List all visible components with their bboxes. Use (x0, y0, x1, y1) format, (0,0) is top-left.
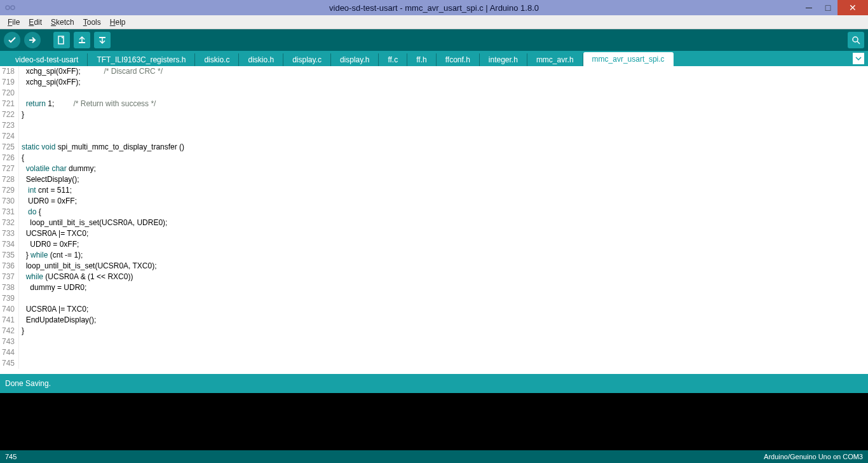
line-content[interactable]: xchg_spi(0xFF); (19, 77, 81, 88)
tab-mmc-avr-h[interactable]: mmc_avr.h (527, 53, 583, 66)
line-content[interactable] (19, 347, 24, 358)
line-number: 733 (0, 228, 19, 239)
line-content[interactable]: UDR0 = 0xFF; (19, 196, 77, 207)
code-line[interactable]: 723 (0, 120, 868, 131)
line-content[interactable]: loop_until_bit_is_set(UCSR0A, UDRE0); (19, 218, 167, 228)
line-content[interactable]: UDR0 = 0xFF; (19, 239, 79, 250)
line-content[interactable] (19, 88, 24, 99)
save-button[interactable] (94, 32, 111, 48)
upload-button[interactable] (24, 32, 41, 48)
line-number: 745 (0, 358, 19, 369)
board-port-indicator: Arduino/Genuino Uno on COM3 (764, 453, 863, 460)
line-number: 721 (0, 99, 19, 109)
tab-bar: video-sd-test-usartTFT_ILI9163C_register… (0, 51, 868, 66)
console[interactable] (0, 393, 868, 450)
code-line[interactable]: 740 UCSR0A |= TXC0; (0, 304, 868, 315)
tab-diskio-c[interactable]: diskio.c (195, 53, 239, 66)
menu-file[interactable]: File (4, 17, 24, 28)
tab-video-sd-test-usart[interactable]: video-sd-test-usart (6, 53, 88, 66)
line-number: 738 (0, 282, 19, 293)
line-content[interactable]: dummy = UDR0; (19, 282, 86, 293)
code-line[interactable]: 719 xchg_spi(0xFF); (0, 77, 868, 88)
line-content[interactable]: loop_until_bit_is_set(UCSR0A, TXC0); (19, 261, 157, 272)
code-line[interactable]: 725static void spi_multi_mmc_to_display_… (0, 142, 868, 153)
code-line[interactable]: 733 UCSR0A |= TXC0; (0, 228, 868, 239)
line-content[interactable] (19, 293, 24, 304)
line-content[interactable]: return 1; /* Return with success */ (19, 99, 156, 109)
line-content[interactable]: } (19, 326, 24, 336)
tab-ff-h[interactable]: ff.h (407, 53, 436, 66)
line-content[interactable]: { (19, 153, 24, 163)
code-editor[interactable]: 718 xchg_spi(0xFF); /* Discard CRC */719… (0, 66, 868, 374)
line-content[interactable]: static void spi_multi_mmc_to_display_tra… (19, 142, 184, 153)
editor-area: 718 xchg_spi(0xFF); /* Discard CRC */719… (0, 66, 868, 374)
menu-help[interactable]: Help (106, 17, 130, 28)
menu-edit[interactable]: Edit (25, 17, 46, 28)
line-content[interactable]: } while (cnt -= 1); (19, 250, 83, 261)
code-line[interactable]: 729 int cnt = 511; (0, 185, 868, 196)
code-line[interactable]: 739 (0, 293, 868, 304)
maximize-button[interactable]: □ (818, 0, 837, 15)
verify-button[interactable] (4, 32, 20, 48)
code-line[interactable]: 738 dummy = UDR0; (0, 282, 868, 293)
line-number: 719 (0, 77, 19, 88)
tab-ffconf-h[interactable]: ffconf.h (437, 53, 480, 66)
line-number: 724 (0, 131, 19, 142)
line-content[interactable]: SelectDisplay(); (19, 174, 79, 185)
code-line[interactable]: 737 while (UCSR0A & (1 << RXC0)) (0, 272, 868, 282)
code-line[interactable]: 732 loop_until_bit_is_set(UCSR0A, UDRE0)… (0, 218, 868, 228)
tab-display-h[interactable]: display.h (331, 53, 379, 66)
code-line[interactable]: 731 do { (0, 207, 868, 218)
code-line[interactable]: 734 UDR0 = 0xFF; (0, 239, 868, 250)
code-line[interactable]: 735 } while (cnt -= 1); (0, 250, 868, 261)
line-content[interactable]: while (UCSR0A & (1 << RXC0)) (19, 272, 133, 282)
line-number: 743 (0, 336, 19, 347)
tab-mmc-avr-usart-spi-c[interactable]: mmc_avr_usart_spi.c (583, 52, 674, 66)
serial-monitor-button[interactable] (848, 32, 864, 48)
code-line[interactable]: 722} (0, 109, 868, 120)
code-line[interactable]: 724 (0, 131, 868, 142)
tab-ff-c[interactable]: ff.c (379, 53, 407, 66)
code-line[interactable]: 728 SelectDisplay(); (0, 174, 868, 185)
tab-tft-ili9163c-registers-h[interactable]: TFT_ILI9163C_registers.h (88, 53, 195, 66)
line-content[interactable] (19, 120, 24, 131)
code-line[interactable]: 720 (0, 88, 868, 99)
code-line[interactable]: 736 loop_until_bit_is_set(UCSR0A, TXC0); (0, 261, 868, 272)
status-strip: Done Saving. (0, 374, 868, 393)
menu-sketch[interactable]: Sketch (47, 17, 78, 28)
line-content[interactable]: int cnt = 511; (19, 185, 72, 196)
svg-line-6 (857, 41, 860, 44)
line-content[interactable]: xchg_spi(0xFF); /* Discard CRC */ (19, 66, 163, 77)
tab-integer-h[interactable]: integer.h (480, 53, 527, 66)
line-number: 729 (0, 185, 19, 196)
line-content[interactable]: do { (19, 207, 41, 218)
line-content[interactable]: EndUpdateDisplay(); (19, 315, 96, 326)
line-number: 720 (0, 88, 19, 99)
code-line[interactable]: 741 EndUpdateDisplay(); (0, 315, 868, 326)
code-line[interactable]: 726{ (0, 153, 868, 163)
tab-diskio-h[interactable]: diskio.h (239, 53, 283, 66)
line-content[interactable]: UCSR0A |= TXC0; (19, 304, 88, 315)
close-button[interactable]: ✕ (837, 0, 868, 15)
code-line[interactable]: 744 (0, 347, 868, 358)
new-button[interactable] (53, 32, 70, 48)
menu-tools[interactable]: Tools (79, 17, 105, 28)
tab-display-c[interactable]: display.c (283, 53, 331, 66)
code-line[interactable]: 743 (0, 336, 868, 347)
code-line[interactable]: 730 UDR0 = 0xFF; (0, 196, 868, 207)
code-line[interactable]: 727 volatile char dummy; (0, 163, 868, 174)
code-line[interactable]: 745 (0, 358, 868, 369)
code-line[interactable]: 742} (0, 326, 868, 336)
line-content[interactable]: } (19, 109, 24, 120)
line-number: 726 (0, 153, 19, 163)
line-content[interactable] (19, 336, 24, 347)
code-line[interactable]: 721 return 1; /* Return with success */ (0, 99, 868, 109)
line-content[interactable] (19, 358, 24, 369)
tab-dropdown-button[interactable] (853, 53, 864, 64)
line-content[interactable]: UCSR0A |= TXC0; (19, 228, 88, 239)
line-content[interactable] (19, 131, 24, 142)
open-button[interactable] (74, 32, 90, 48)
line-content[interactable]: volatile char dummy; (19, 163, 96, 174)
minimize-button[interactable]: ─ (799, 0, 818, 15)
code-line[interactable]: 718 xchg_spi(0xFF); /* Discard CRC */ (0, 66, 868, 77)
